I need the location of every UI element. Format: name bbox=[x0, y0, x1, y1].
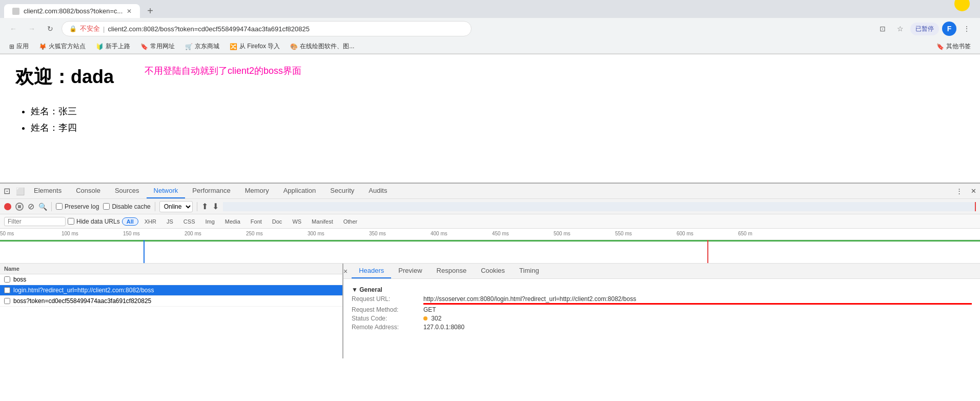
timeline-ticks: 50 ms 100 ms 150 ms 200 ms 250 ms 300 ms… bbox=[0, 229, 980, 240]
tab-network[interactable]: Network bbox=[147, 184, 186, 198]
devtools-cursor-icon[interactable]: ⊡ bbox=[0, 185, 13, 198]
record-button[interactable] bbox=[4, 203, 11, 210]
bookmark-firefox-import[interactable]: 🔀 从 Firefox 导入 bbox=[226, 41, 284, 52]
filter-all-chip[interactable]: All bbox=[122, 217, 138, 226]
search-icon[interactable]: 🔍 bbox=[38, 203, 47, 211]
devtools-tab-bar: ⊡ ⬜ Elements Console Sources Network Per… bbox=[0, 184, 980, 199]
timeline-indicator bbox=[223, 202, 976, 211]
security-icon: 🔒 bbox=[69, 25, 77, 32]
request-name: boss bbox=[13, 276, 338, 283]
tab-title: client2.com:8082/boss?token=c... bbox=[24, 7, 122, 15]
network-main-content: Name boss login.html?redirect_url=http:/… bbox=[0, 264, 980, 358]
tab-application[interactable]: Application bbox=[276, 184, 323, 198]
name-column-header: Name bbox=[4, 266, 19, 272]
tick-650: 650 m bbox=[738, 231, 752, 236]
bookmark-apps[interactable]: ⊞ 应用 bbox=[5, 41, 33, 52]
preserve-log-checkbox[interactable]: Preserve log bbox=[56, 203, 99, 210]
network-row-selected[interactable]: login.html?redirect_url=http://client2.c… bbox=[0, 285, 342, 296]
forward-button[interactable]: → bbox=[25, 22, 39, 36]
request-tab-timing[interactable]: Timing bbox=[512, 264, 546, 278]
translate-icon[interactable]: ⊡ bbox=[875, 22, 890, 36]
filter-other-btn[interactable]: Other bbox=[339, 218, 362, 225]
throttle-select[interactable]: Online bbox=[159, 201, 193, 212]
network-list-header: Name bbox=[0, 264, 342, 274]
filter-font-btn[interactable]: Font bbox=[247, 218, 266, 225]
bookmark-drawing[interactable]: 🎨 在线绘图软件、图... bbox=[286, 41, 358, 52]
filter-icon[interactable]: ⊘ bbox=[28, 202, 34, 211]
bookmark-icon[interactable]: ☆ bbox=[893, 22, 907, 36]
tab-security[interactable]: Security bbox=[323, 184, 361, 198]
stop-record-button[interactable] bbox=[15, 203, 24, 211]
profile-avatar[interactable]: F bbox=[942, 22, 956, 36]
more-options-icon[interactable]: ⋮ bbox=[959, 22, 974, 36]
request-detail-content: ▼ General Request URL: http://ssoserver.… bbox=[343, 279, 980, 336]
tick-400: 400 ms bbox=[431, 231, 447, 236]
network-row[interactable]: boss bbox=[0, 274, 342, 285]
devtools-right-actions: ⋮ ✕ bbox=[952, 185, 980, 198]
filter-media-btn[interactable]: Media bbox=[221, 218, 244, 225]
tab-elements[interactable]: Elements bbox=[27, 184, 69, 198]
bookmarks-bar: ⊞ 应用 🦊 火狐官方站点 🔰 新手上路 🔖 常用网址 🛒 京东商城 🔀 从 F… bbox=[0, 39, 980, 54]
devtools-close-icon[interactable]: ✕ bbox=[967, 185, 980, 198]
address-text: client2.com:8082/boss?token=cd0ecf558499… bbox=[108, 25, 310, 33]
request-details-pane: × Headers Preview Response Cookies Timin… bbox=[343, 264, 980, 358]
tab-console[interactable]: Console bbox=[69, 184, 108, 198]
refresh-button[interactable]: ↻ bbox=[43, 22, 57, 36]
network-row[interactable]: boss?token=cd0ecf558499474aac3fa691cf820… bbox=[0, 296, 342, 307]
preserve-log-label: Preserve log bbox=[65, 203, 99, 210]
paused-button[interactable]: 已暂停 bbox=[910, 23, 939, 35]
drawing-icon: 🎨 bbox=[290, 43, 298, 50]
bookmark-label: 应用 bbox=[16, 42, 29, 51]
devtools-panel: ⊡ ⬜ Elements Console Sources Network Per… bbox=[0, 183, 980, 358]
tick-350: 350 ms bbox=[369, 231, 386, 236]
bookmark-newbie[interactable]: 🔰 新手上路 bbox=[92, 41, 134, 52]
filter-xhr-btn[interactable]: XHR bbox=[140, 218, 160, 225]
hide-data-urls-input[interactable] bbox=[68, 218, 74, 225]
new-tab-btn[interactable]: + bbox=[144, 5, 156, 17]
filter-doc-btn[interactable]: Doc bbox=[268, 218, 287, 225]
download-icon[interactable]: ⬇ bbox=[212, 202, 219, 211]
tab-sources[interactable]: Sources bbox=[108, 184, 147, 198]
remote-address-value: 127.0.0.1:8080 bbox=[423, 324, 972, 331]
request-detail-close-btn[interactable]: × bbox=[343, 267, 348, 275]
tab-performance[interactable]: Performance bbox=[185, 184, 237, 198]
upload-icon[interactable]: ⬆ bbox=[201, 202, 208, 211]
row-checkbox[interactable] bbox=[4, 276, 10, 283]
address-input[interactable]: 🔒 不安全 | client2.com:8082/boss?token=cd0e… bbox=[62, 21, 472, 36]
filter-manifest-btn[interactable]: Manifest bbox=[308, 218, 337, 225]
bookmark-firefox[interactable]: 🦊 火狐官方站点 bbox=[35, 41, 90, 52]
tab-bar: client2.com:8082/boss?token=c... ✕ + bbox=[0, 0, 980, 18]
tab-close-btn[interactable]: ✕ bbox=[127, 8, 132, 15]
request-tab-preview[interactable]: Preview bbox=[391, 264, 429, 278]
disable-cache-input[interactable] bbox=[103, 203, 110, 210]
filter-bar: Hide data URLs All XHR JS CSS Img Media … bbox=[0, 214, 980, 229]
filter-input[interactable] bbox=[4, 217, 66, 226]
devtools-responsive-icon[interactable]: ⬜ bbox=[13, 185, 27, 198]
filter-js-btn[interactable]: JS bbox=[162, 218, 177, 225]
row-checkbox[interactable] bbox=[4, 287, 10, 293]
bookmark-jd[interactable]: 🛒 京东商城 bbox=[181, 41, 223, 52]
bookmark-common[interactable]: 🔖 常用网址 bbox=[136, 41, 179, 52]
disable-cache-checkbox[interactable]: Disable cache bbox=[103, 203, 150, 210]
request-tab-cookies[interactable]: Cookies bbox=[474, 264, 512, 278]
filter-ws-btn[interactable]: WS bbox=[288, 218, 305, 225]
browser-tab[interactable]: client2.com:8082/boss?token=c... ✕ bbox=[4, 4, 140, 18]
tab-audits[interactable]: Audits bbox=[361, 184, 394, 198]
bookmark-other[interactable]: 🔖 其他书签 bbox=[932, 41, 975, 52]
devtools-more-icon[interactable]: ⋮ bbox=[952, 185, 966, 198]
filter-css-btn[interactable]: CSS bbox=[179, 218, 199, 225]
network-request-list: Name boss login.html?redirect_url=http:/… bbox=[0, 264, 343, 358]
timeline-marker-red bbox=[707, 240, 708, 264]
back-button[interactable]: ← bbox=[6, 22, 21, 36]
preserve-log-input[interactable] bbox=[56, 203, 63, 210]
row-checkbox[interactable] bbox=[4, 298, 10, 304]
tab-memory[interactable]: Memory bbox=[238, 184, 276, 198]
bookmark-label: 新手上路 bbox=[106, 42, 130, 51]
hide-data-urls-checkbox[interactable]: Hide data URLs bbox=[68, 218, 120, 225]
request-tab-response[interactable]: Response bbox=[430, 264, 474, 278]
general-section-title[interactable]: ▼ General bbox=[352, 286, 972, 293]
page-content: 欢迎：dada 不用登陆自动就到了client2的boss界面 姓名：张三 姓名… bbox=[0, 54, 980, 183]
address-bar: ← → ↻ 🔒 不安全 | client2.com:8082/boss?toke… bbox=[0, 18, 980, 39]
request-tab-headers[interactable]: Headers bbox=[352, 264, 391, 278]
filter-img-btn[interactable]: Img bbox=[201, 218, 218, 225]
